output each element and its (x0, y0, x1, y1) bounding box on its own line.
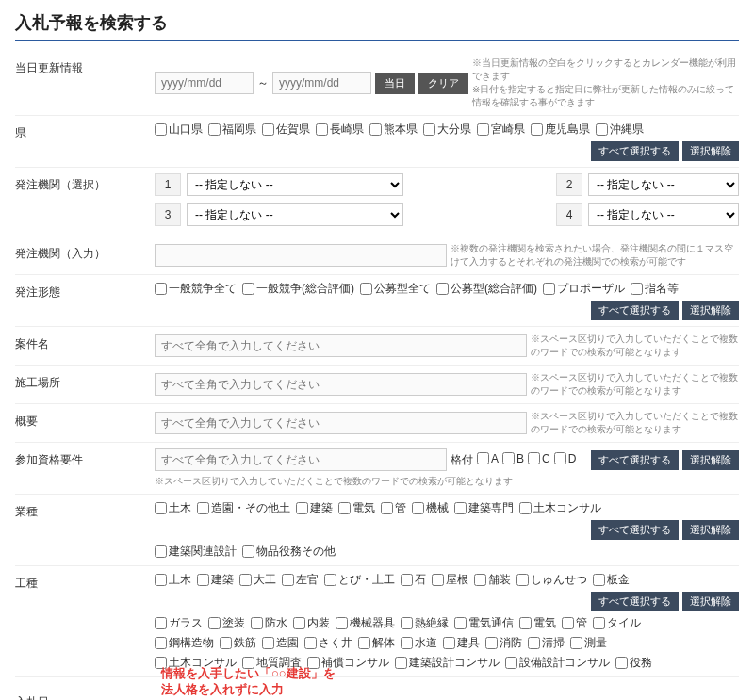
ordertype-checkbox[interactable] (242, 283, 254, 295)
industry-item[interactable]: 建築 (296, 500, 333, 516)
summary-input[interactable] (155, 412, 527, 434)
work-checkbox[interactable] (562, 617, 574, 629)
ordertype-item[interactable]: 公募型全て (360, 281, 431, 297)
ordertype-item[interactable]: 公募型(総合評価) (436, 281, 537, 297)
update-date-to[interactable] (272, 72, 371, 94)
agency-select-4[interactable]: -- 指定しない -- (588, 203, 739, 226)
work-item[interactable]: 塗装 (208, 615, 245, 631)
industry-item[interactable]: 管 (381, 500, 406, 516)
industry-item[interactable]: 建築関連設計 (155, 544, 237, 560)
work-item[interactable]: 測量 (570, 635, 607, 651)
work-item[interactable]: しゅんせつ (516, 572, 587, 588)
work-checkbox[interactable] (242, 657, 254, 669)
work-checkbox[interactable] (155, 657, 167, 669)
pref-item[interactable]: 沖縄県 (596, 122, 644, 138)
pref-checkbox[interactable] (531, 123, 543, 136)
work-checkbox[interactable] (282, 574, 294, 586)
work-item[interactable]: 土木コンサル (155, 655, 237, 671)
grade-checkbox[interactable] (477, 452, 489, 464)
industry-checkbox[interactable] (454, 502, 467, 514)
work-item[interactable]: タイル (593, 615, 641, 631)
work-checkbox[interactable] (155, 617, 167, 629)
ordertype-item[interactable]: プロポーザル (543, 281, 625, 297)
work-item[interactable]: 機械器具 (336, 615, 395, 631)
industry-checkbox[interactable] (412, 502, 424, 514)
work-item[interactable]: 造園 (262, 635, 299, 651)
industry-checkbox[interactable] (155, 545, 167, 558)
work-item[interactable]: 管 (562, 615, 587, 631)
work-item[interactable]: 地質調査 (242, 655, 302, 671)
work-item[interactable]: 鋼構造物 (155, 635, 214, 651)
work-item[interactable]: 電気通信 (454, 615, 514, 631)
work-checkbox[interactable] (474, 574, 486, 586)
work-checkbox[interactable] (401, 574, 413, 586)
industry-item[interactable]: 電気 (338, 500, 375, 516)
btn-grade-all[interactable]: すべて選択する (591, 450, 679, 470)
pref-item[interactable]: 長崎県 (316, 122, 364, 138)
industry-checkbox[interactable] (381, 502, 393, 514)
work-checkbox[interactable] (155, 637, 167, 649)
work-checkbox[interactable] (251, 617, 263, 629)
work-select-all[interactable]: すべて選択する (591, 592, 679, 611)
agency-input-field[interactable] (155, 244, 447, 267)
pref-checkbox[interactable] (155, 123, 167, 136)
work-checkbox[interactable] (307, 657, 320, 669)
work-item[interactable]: 電気 (519, 615, 556, 631)
work-item[interactable]: 防水 (251, 615, 287, 631)
agency-select-3[interactable]: -- 指定しない -- (187, 203, 403, 226)
pref-deselect[interactable]: 選択解除 (682, 141, 739, 161)
industry-checkbox[interactable] (155, 502, 167, 514)
work-item[interactable]: 建具 (443, 635, 480, 651)
industry-item[interactable]: 建築専門 (454, 500, 514, 516)
work-item[interactable]: 清掃 (528, 635, 565, 651)
work-checkbox[interactable] (304, 637, 317, 649)
grade-checkbox[interactable] (502, 452, 515, 464)
pref-select-all[interactable]: すべて選択する (591, 141, 679, 161)
btn-grade-clear[interactable]: 選択解除 (682, 450, 739, 470)
work-checkbox[interactable] (155, 574, 167, 586)
industry-item[interactable]: 土木コンサル (519, 500, 601, 516)
work-item[interactable]: とび・土工 (324, 572, 395, 588)
ordertype-checkbox[interactable] (436, 283, 449, 295)
work-item[interactable]: 熱絶縁 (401, 615, 449, 631)
work-item[interactable]: さく井 (304, 635, 352, 651)
work-checkbox[interactable] (593, 617, 605, 629)
work-checkbox[interactable] (528, 637, 540, 649)
work-deselect[interactable]: 選択解除 (682, 592, 739, 611)
work-checkbox[interactable] (593, 574, 605, 586)
pref-item[interactable]: 佐賀県 (262, 122, 310, 138)
ordertype-item[interactable]: 指名等 (631, 281, 679, 297)
work-checkbox[interactable] (570, 637, 582, 649)
agency-select-1[interactable]: -- 指定しない -- (187, 173, 403, 196)
work-checkbox[interactable] (336, 617, 348, 629)
work-checkbox[interactable] (358, 637, 370, 649)
ordertype-item[interactable]: 一般競争(総合評価) (242, 281, 354, 297)
industry-checkbox[interactable] (338, 502, 351, 514)
work-item[interactable]: 屋根 (432, 572, 468, 588)
ordertype-checkbox[interactable] (631, 283, 643, 295)
work-item[interactable]: 大工 (239, 572, 276, 588)
industry-item[interactable]: 土木 (155, 500, 191, 516)
work-item[interactable]: 消防 (485, 635, 522, 651)
work-item[interactable]: 設備設計コンサル (505, 655, 610, 671)
grade-item[interactable]: C (528, 452, 550, 465)
work-item[interactable]: 解体 (358, 635, 395, 651)
grade-item[interactable]: D (554, 452, 577, 465)
work-checkbox[interactable] (208, 617, 221, 629)
work-item[interactable]: 役務 (615, 655, 652, 671)
industry-checkbox[interactable] (242, 545, 254, 558)
pref-item[interactable]: 宮崎県 (477, 122, 525, 138)
work-checkbox[interactable] (432, 574, 444, 586)
work-checkbox[interactable] (395, 657, 407, 669)
work-item[interactable]: 土木 (155, 572, 191, 588)
ordertype-checkbox[interactable] (360, 283, 372, 295)
pref-item[interactable]: 福岡県 (208, 122, 256, 138)
work-item[interactable]: 水道 (401, 635, 437, 651)
work-checkbox[interactable] (454, 617, 467, 629)
work-item[interactable]: 板金 (593, 572, 630, 588)
industry-deselect[interactable]: 選択解除 (682, 520, 739, 540)
pref-checkbox[interactable] (423, 123, 435, 136)
work-checkbox[interactable] (262, 637, 274, 649)
work-checkbox[interactable] (516, 574, 529, 586)
ordertype-select-all[interactable]: すべて選択する (591, 301, 679, 320)
